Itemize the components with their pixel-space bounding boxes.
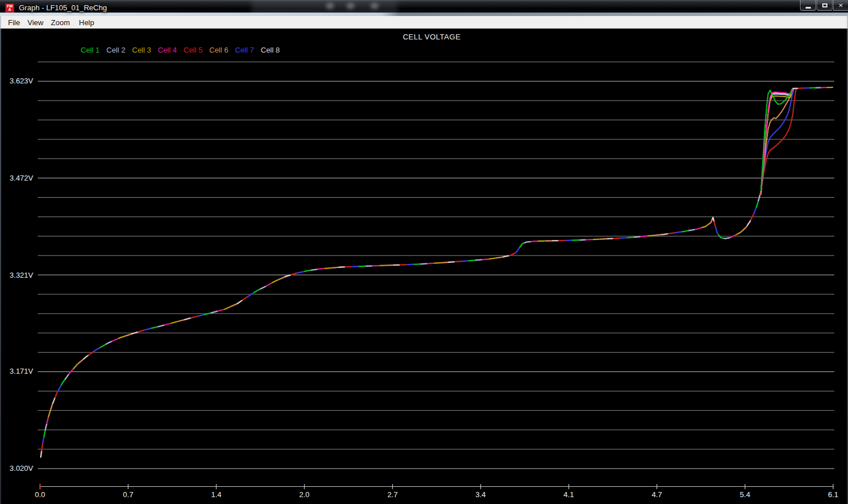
window-controls: ✕ xyxy=(799,0,848,11)
legend-item-cell7: Cell 7 xyxy=(235,46,254,54)
x-tick-label: 5.4 xyxy=(732,490,758,499)
x-tick-label: 3.4 xyxy=(468,490,493,499)
app-icon: FM A xyxy=(5,3,14,13)
close-button[interactable]: ✕ xyxy=(833,0,848,11)
maximize-button[interactable] xyxy=(817,0,833,11)
menu-item-file[interactable]: File xyxy=(5,18,23,27)
legend-item-cell2: Cell 2 xyxy=(106,46,125,54)
menu-item-zoom[interactable]: Zoom xyxy=(48,18,73,27)
x-tick-label: 0.0 xyxy=(27,490,53,499)
app-icon-text-bottom: A xyxy=(8,7,11,11)
x-tick-label: 2.7 xyxy=(380,490,405,499)
menu-bar: File View Zoom Help xyxy=(0,16,848,29)
legend-item-cell8: Cell 8 xyxy=(261,46,280,54)
x-tick-label: 4.7 xyxy=(644,490,670,499)
chart-canvas[interactable] xyxy=(0,29,848,504)
chart-area: CELL VOLTAGE Cell 1 Cell 2 Cell 3 Cell 4… xyxy=(0,29,848,504)
menu-item-help[interactable]: Help xyxy=(76,18,97,27)
chart-title: CELL VOLTAGE xyxy=(375,33,489,41)
minimize-button[interactable] xyxy=(800,0,816,11)
app-window: FM A Graph - LF105_01_ReChg ✕ File View … xyxy=(0,0,848,504)
y-tick-label: 3.472V xyxy=(0,174,33,182)
legend-item-cell6: Cell 6 xyxy=(209,46,228,54)
title-bar[interactable]: FM A Graph - LF105_01_ReChg ✕ xyxy=(0,0,848,16)
x-tick-label: 6.1 xyxy=(821,490,846,499)
legend-item-cell1: Cell 1 xyxy=(81,46,99,54)
legend-item-cell4: Cell 4 xyxy=(158,46,177,54)
glass-glow-dot xyxy=(371,3,379,9)
window-border-left xyxy=(0,16,1,504)
glass-glow-dot xyxy=(326,3,334,9)
maximize-icon xyxy=(822,3,827,7)
y-tick-label: 3.020V xyxy=(0,464,33,473)
x-tick-label: 2.0 xyxy=(292,490,317,499)
legend-item-cell3: Cell 3 xyxy=(132,46,151,54)
x-tick-label: 1.4 xyxy=(204,490,229,499)
menu-item-view[interactable]: View xyxy=(25,18,46,27)
y-tick-label: 3.623V xyxy=(0,77,33,85)
close-icon: ✕ xyxy=(838,2,843,9)
x-tick-label: 4.1 xyxy=(556,490,582,499)
minimize-icon xyxy=(806,7,811,9)
y-tick-label: 3.321V xyxy=(0,271,33,279)
y-tick-label: 3.171V xyxy=(0,367,33,375)
glass-glow-dot xyxy=(347,3,355,9)
x-tick-label: 0.7 xyxy=(116,490,141,499)
legend-item-cell5: Cell 5 xyxy=(184,46,202,54)
window-title: Graph - LF105_01_ReChg xyxy=(19,3,107,12)
